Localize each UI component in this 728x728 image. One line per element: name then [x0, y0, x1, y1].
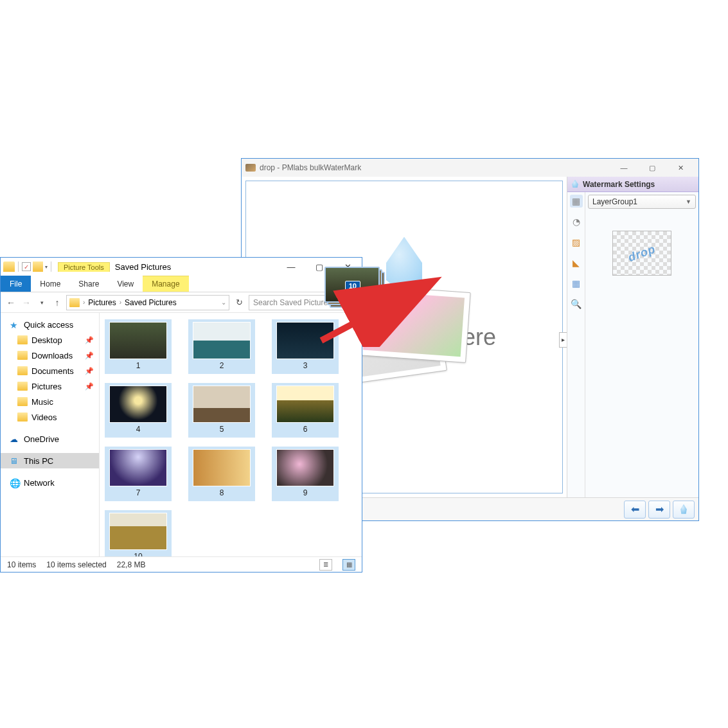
thumbnail-caption: 5	[220, 425, 224, 434]
chevron-down-icon[interactable]: ▾	[45, 264, 48, 270]
nav-videos[interactable]: Videos	[1, 409, 99, 425]
drag-count-badge: 10	[345, 281, 360, 291]
watermark-preview[interactable]: drop	[612, 231, 671, 276]
prev-button[interactable]: ⬅	[624, 501, 646, 519]
pin-icon: 📌	[85, 336, 94, 344]
chevron-down-icon[interactable]: ⌄	[221, 299, 226, 306]
apply-watermark-button[interactable]	[673, 501, 695, 519]
expand-panel-tab[interactable]: ▸	[559, 332, 567, 348]
minimize-button[interactable]: —	[610, 159, 638, 177]
nav-this-pc[interactable]: 🖥This PC	[1, 453, 99, 468]
thumbnail-image	[193, 322, 251, 359]
ribbon: File Home Share View Manage	[1, 276, 362, 292]
minimize-button[interactable]: —	[277, 258, 305, 276]
clock-tool-icon[interactable]: ◔	[570, 215, 583, 228]
folder-icon	[69, 298, 80, 307]
ribbon-tab-home[interactable]: Home	[31, 276, 69, 292]
droplet-icon	[571, 180, 579, 189]
chevron-right-icon: ›	[120, 299, 121, 306]
details-view-button[interactable]: ≣	[319, 559, 332, 571]
pin-icon: 📌	[85, 382, 94, 391]
nav-desktop[interactable]: Desktop📌	[1, 332, 99, 348]
ruler-tool-icon[interactable]: ◣	[570, 256, 583, 269]
thumbnail-caption: 6	[303, 425, 308, 434]
nav-documents[interactable]: Documents📌	[1, 363, 99, 378]
thumbnail-image	[193, 449, 251, 486]
nav-onedrive[interactable]: ☁OneDrive	[1, 431, 99, 447]
folder-icon	[17, 366, 28, 375]
breadcrumb-level1[interactable]: Pictures	[88, 298, 116, 307]
status-item-count: 10 items	[7, 560, 36, 569]
nav-downloads[interactable]: Downloads📌	[1, 348, 99, 363]
thumbnail-caption: 8	[220, 488, 224, 497]
ribbon-tab-manage[interactable]: Manage	[143, 276, 188, 292]
drag-ghost: 10	[324, 267, 389, 312]
thumbnail-item[interactable]: 9	[272, 447, 339, 501]
wm-panel-header: Watermark Settings	[567, 177, 698, 192]
image-tool-icon[interactable]: ▨	[570, 236, 583, 249]
layer-group-select[interactable]: LayerGroup1 ▼	[588, 195, 696, 209]
nav-pictures[interactable]: Pictures📌	[1, 378, 99, 394]
thumbnail-image	[109, 449, 167, 486]
thumbnail-item[interactable]: 2	[188, 319, 255, 374]
file-explorer-window: ✓ ▾ Picture Tools Saved Pictures — ▢ ✕ F…	[0, 257, 362, 573]
nav-forward-button[interactable]: →	[20, 296, 33, 309]
thumbnail-image	[276, 386, 334, 423]
chevron-right-icon: ›	[83, 299, 85, 306]
thumbnail-item[interactable]: 8	[188, 447, 255, 501]
thumbnail-caption: 9	[303, 488, 308, 497]
close-button[interactable]: ✕	[666, 159, 695, 177]
thumbnail-image	[109, 322, 167, 359]
status-bar: 10 items 10 items selected 22,8 MB ≣ ▦	[1, 556, 362, 572]
folder-icon	[17, 351, 28, 360]
cloud-icon: ☁	[10, 434, 20, 443]
thumbnail-item[interactable]: 5	[188, 383, 255, 438]
nav-music[interactable]: Music	[1, 394, 99, 409]
content-pane[interactable]: 1 2 3 4 5 6 7 8 9 10	[100, 313, 362, 556]
ribbon-tab-file[interactable]: File	[1, 276, 31, 292]
thumbnail-item[interactable]: 3	[272, 319, 339, 374]
network-icon: 🌐	[10, 478, 20, 487]
search-tool-icon[interactable]: 🔍	[570, 297, 583, 310]
thumbnail-image	[276, 449, 334, 486]
breadcrumb[interactable]: › Pictures › Saved Pictures ⌄	[66, 295, 229, 310]
thumbnail-item[interactable]: 7	[105, 447, 172, 501]
ribbon-tab-share[interactable]: Share	[69, 276, 108, 292]
grid-tool-icon[interactable]: ▦	[570, 277, 583, 290]
navigation-pane: ★Quick access Desktop📌 Downloads📌 Docume…	[1, 313, 100, 556]
properties-icon[interactable]: ✓	[22, 262, 31, 271]
thumbnail-caption: 10	[134, 552, 142, 556]
fe-titlebar[interactable]: ✓ ▾ Picture Tools Saved Pictures — ▢ ✕	[1, 258, 362, 276]
wm-tool-column: ▦ ◔ ▨ ◣ ▦ 🔍	[567, 192, 585, 497]
refresh-button[interactable]: ↻	[232, 295, 246, 310]
thumbnail-item[interactable]: 6	[272, 383, 339, 438]
folder-icon	[17, 397, 28, 406]
thumbnails-view-button[interactable]: ▦	[342, 559, 355, 571]
nav-up-button[interactable]: ↑	[51, 296, 64, 309]
layers-tool-icon[interactable]: ▦	[570, 195, 583, 208]
pc-icon: 🖥	[10, 456, 20, 465]
layer-group-value: LayerGroup1	[592, 197, 637, 206]
thumbnail-caption: 7	[136, 488, 141, 497]
thumbnail-caption: 4	[136, 425, 141, 434]
new-folder-icon[interactable]	[33, 262, 43, 272]
wm-window-title: drop - PMlabs bulkWaterMark	[260, 163, 610, 172]
thumbnail-image	[109, 386, 167, 423]
ribbon-tab-view[interactable]: View	[108, 276, 143, 292]
nav-history-button[interactable]: ▾	[35, 296, 48, 309]
folder-icon[interactable]	[3, 262, 15, 272]
wm-titlebar[interactable]: drop - PMlabs bulkWaterMark — ▢ ✕	[242, 159, 698, 177]
next-button[interactable]: ➡	[648, 501, 670, 519]
thumbnail-item[interactable]: 4	[105, 383, 172, 438]
maximize-button[interactable]: ▢	[638, 159, 666, 177]
thumbnail-item[interactable]: 1	[105, 319, 172, 374]
watermark-settings-panel: Watermark Settings ▦ ◔ ▨ ◣ ▦ 🔍 LayerGrou…	[567, 177, 698, 497]
nav-back-button[interactable]: ←	[4, 296, 17, 309]
thumbnail-item[interactable]: 10	[105, 510, 172, 556]
nav-quick-access[interactable]: ★Quick access	[1, 317, 99, 332]
star-icon: ★	[10, 320, 20, 329]
nav-network[interactable]: 🌐Network	[1, 475, 99, 490]
picture-tools-tab[interactable]: Picture Tools	[58, 262, 110, 272]
breadcrumb-level2[interactable]: Saved Pictures	[125, 298, 177, 307]
thumbnail-caption: 3	[303, 361, 308, 370]
